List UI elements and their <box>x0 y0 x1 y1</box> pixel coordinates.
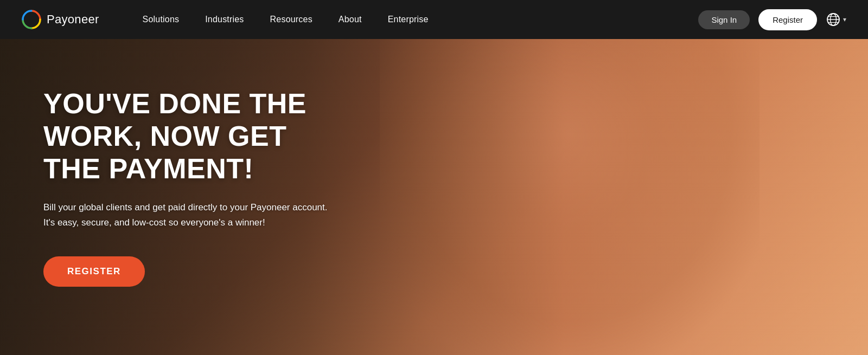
hero-subtitle: Bill your global clients and get paid di… <box>43 200 336 230</box>
nav-solutions[interactable]: Solutions <box>143 15 180 24</box>
nav-industries[interactable]: Industries <box>205 15 244 24</box>
globe-icon <box>826 12 841 27</box>
hero-section: YOU'VE DONE THE WORK, NOW GET THE PAYMEN… <box>0 39 868 355</box>
hero-content: YOU'VE DONE THE WORK, NOW GET THE PAYMEN… <box>0 39 380 335</box>
register-nav-button[interactable]: Register <box>758 9 817 30</box>
navbar: Payoneer Solutions Industries Resources … <box>0 0 868 39</box>
nav-about[interactable]: About <box>339 15 362 24</box>
nav-resources[interactable]: Resources <box>270 15 312 24</box>
nav-actions: Sign In Register ▾ <box>698 9 846 30</box>
logo-link[interactable]: Payoneer <box>22 10 99 29</box>
hero-register-button[interactable]: REGISTER <box>43 256 145 287</box>
chevron-down-icon: ▾ <box>843 16 846 23</box>
language-selector[interactable]: ▾ <box>826 12 846 27</box>
hero-title: YOU'VE DONE THE WORK, NOW GET THE PAYMEN… <box>43 88 336 185</box>
nav-enterprise[interactable]: Enterprise <box>388 15 429 24</box>
nav-links: Solutions Industries Resources About Ent… <box>143 15 699 24</box>
signin-button[interactable]: Sign In <box>698 10 750 29</box>
payoneer-logo-icon <box>22 10 41 29</box>
logo-text: Payoneer <box>47 12 99 27</box>
